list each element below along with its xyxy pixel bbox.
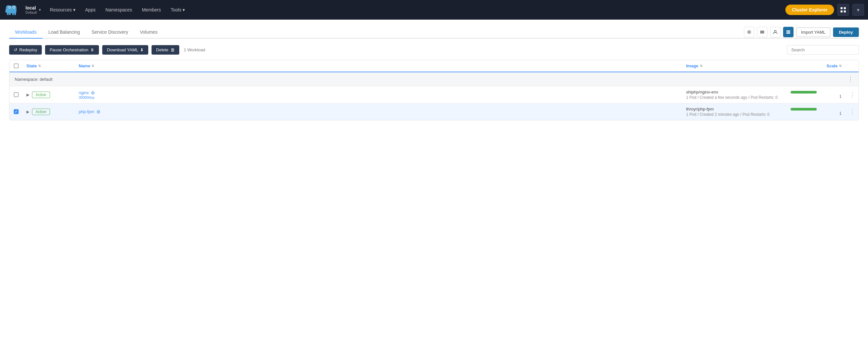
svg-rect-9	[12, 12, 14, 15]
state-badge-nginx: Active	[32, 91, 50, 98]
cluster-chevron-icon: ▾	[39, 7, 41, 12]
row-image-nginx: shiphp/nginx-env 1 Pod / Created a few s…	[682, 90, 787, 100]
svg-rect-8	[9, 12, 11, 15]
scale-container-phpfpm: 1	[790, 108, 841, 116]
workload-link-phpfpm[interactable]: php-fpm ⚙	[79, 109, 678, 114]
workload-icon-phpfpm: ⚙	[96, 109, 100, 114]
tabs-bar: Workloads Load Balancing Service Discove…	[9, 26, 859, 38]
namespace-actions-button[interactable]: ⋮	[847, 76, 853, 83]
download-yaml-button[interactable]: Download YAML ⬇	[102, 45, 148, 55]
tab-service-discovery[interactable]: Service Discovery	[86, 26, 134, 38]
tab-workloads[interactable]: Workloads	[9, 26, 42, 38]
tab-load-balancing[interactable]: Load Balancing	[42, 26, 86, 38]
row-state-phpfpm: ▶ Active	[23, 109, 75, 115]
state-sort-icon: ⇅	[38, 64, 41, 68]
svg-rect-19	[760, 33, 764, 33]
delete-button[interactable]: Delete 🗑	[152, 45, 179, 55]
scale-num-nginx: 1	[790, 94, 841, 99]
svg-rect-17	[760, 31, 764, 31]
list-lines-view-button[interactable]	[783, 27, 794, 37]
toolbar: ↺ Redeploy Pause Orchestration ⏸ Downloa…	[9, 45, 859, 55]
scale-bar-nginx	[790, 91, 817, 93]
workload-count: 1 Workload	[184, 48, 206, 52]
grid-view-button[interactable]	[837, 4, 849, 16]
cluster-name: local	[26, 5, 37, 10]
download-icon: ⬇	[140, 48, 144, 52]
row-image-phpfpm: throyr/php-fpm 1 Pod / Created 2 minutes…	[682, 107, 787, 117]
svg-rect-13	[844, 7, 846, 9]
header-scale[interactable]: Scale ⇅	[787, 63, 845, 68]
svg-rect-23	[786, 33, 790, 34]
svg-point-20	[774, 30, 776, 32]
select-all-checkbox[interactable]	[14, 63, 19, 68]
pause-orchestration-button[interactable]: Pause Orchestration ⏸	[45, 45, 99, 55]
logo-area	[4, 3, 20, 16]
workloads-table: State ⇅ Name ⇅ Image ⇅ Scale ⇅ Namespace…	[9, 60, 859, 120]
svg-rect-11	[5, 9, 7, 13]
svg-rect-18	[760, 32, 764, 32]
image-meta-phpfpm: 1 Pod / Created 2 minutes ago / Pod Rest…	[686, 112, 783, 117]
row-checkbox-cell-nginx	[9, 92, 23, 97]
tab-actions: Import YAML Deploy	[744, 27, 859, 37]
svg-rect-7	[7, 12, 9, 15]
nav-item-apps[interactable]: Apps	[81, 5, 100, 15]
scale-container-nginx: 1	[790, 91, 841, 99]
row-actions-nginx[interactable]: ⋮	[845, 91, 859, 98]
state-badge-phpfpm: Active	[32, 109, 50, 115]
image-name-nginx: shiphp/nginx-env	[686, 90, 783, 94]
workload-port-nginx: 30000/tcp	[79, 95, 678, 99]
svg-point-16	[748, 31, 750, 33]
image-sort-icon: ⇅	[700, 64, 703, 68]
header-checkbox-cell	[9, 63, 23, 68]
svg-rect-14	[841, 10, 842, 12]
row-scale-phpfpm: 1	[787, 108, 845, 116]
row-checkbox-phpfpm[interactable]	[14, 109, 19, 114]
nav-item-resources[interactable]: Resources ▾	[45, 5, 80, 15]
header-state[interactable]: State ⇅	[23, 63, 75, 68]
main-content: Workloads Load Balancing Service Discove…	[0, 20, 868, 127]
svg-rect-15	[844, 10, 846, 12]
nav-item-members[interactable]: Members	[137, 5, 165, 15]
play-button-nginx[interactable]: ▶	[27, 92, 29, 97]
cluster-explorer-button[interactable]: Cluster Explorer	[785, 5, 834, 15]
user-shield-view-button[interactable]	[770, 27, 780, 37]
table-row: ▶ Active php-fpm ⚙ throyr/php-fpm 1 Pod …	[9, 103, 859, 120]
svg-rect-10	[14, 12, 16, 15]
deploy-button[interactable]: Deploy	[833, 27, 859, 37]
nav-item-namespaces[interactable]: Namespaces	[101, 5, 137, 15]
list-flat-icon	[760, 30, 765, 34]
svg-rect-12	[841, 7, 842, 9]
delete-icon: 🗑	[170, 48, 175, 52]
nav-items: Resources ▾ Apps Namespaces Members Tool…	[45, 5, 785, 15]
row-checkbox-nginx[interactable]	[14, 92, 19, 97]
header-actions-cell	[845, 63, 859, 68]
namespace-row: Namespace: default ⋮	[9, 72, 859, 86]
scale-sort-icon: ⇅	[839, 64, 841, 68]
grid-icon	[840, 7, 846, 13]
list-flat-view-button[interactable]	[757, 27, 768, 37]
nav-right: Cluster Explorer ▾	[785, 4, 864, 16]
logo-icon	[4, 3, 20, 16]
tab-volumes[interactable]: Volumes	[134, 26, 163, 38]
gear-view-button[interactable]	[744, 27, 754, 37]
search-input[interactable]	[787, 45, 859, 55]
header-image[interactable]: Image ⇅	[682, 63, 787, 68]
import-yaml-button[interactable]: Import YAML	[796, 27, 831, 37]
nav-item-tools[interactable]: Tools ▾	[166, 5, 190, 15]
header-name[interactable]: Name ⇅	[75, 63, 682, 68]
name-sort-icon: ⇅	[91, 64, 94, 68]
table-row: ▶ Active nginx ⚙ 30000/tcp shiphp/nginx-…	[9, 86, 859, 103]
gear-icon	[747, 30, 751, 34]
play-button-phpfpm[interactable]: ▶	[27, 110, 29, 114]
image-name-phpfpm: throyr/php-fpm	[686, 107, 783, 112]
svg-rect-21	[786, 30, 790, 31]
cluster-selector[interactable]: local Default ▾	[21, 3, 45, 16]
row-checkbox-cell-phpfpm	[9, 109, 23, 114]
user-shield-icon	[773, 30, 778, 34]
workload-icon-nginx: ⚙	[91, 90, 95, 95]
workload-link-nginx[interactable]: nginx ⚙	[79, 90, 678, 95]
redeploy-button[interactable]: ↺ Redeploy	[9, 45, 42, 55]
row-name-nginx: nginx ⚙ 30000/tcp	[75, 90, 682, 99]
more-options-button[interactable]: ▾	[852, 4, 864, 16]
row-actions-phpfpm[interactable]: ⋮	[845, 108, 859, 115]
